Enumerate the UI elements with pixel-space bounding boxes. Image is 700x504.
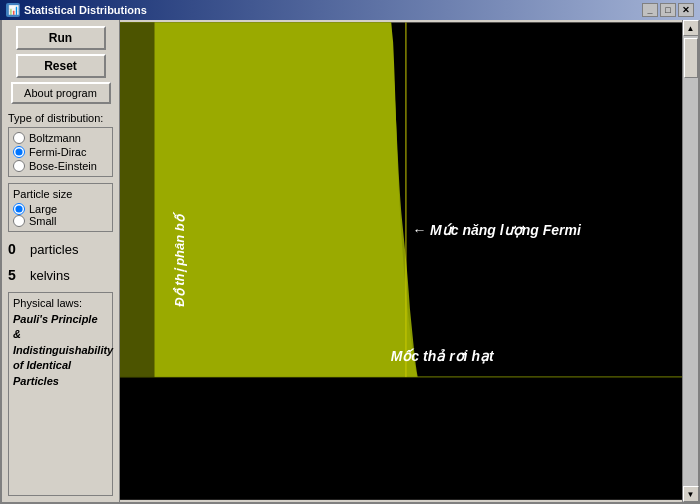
scroll-up-button[interactable]: ▲ [683, 20, 699, 36]
particles-stat: 0 particles [8, 241, 113, 257]
kelvins-label: kelvins [30, 268, 70, 283]
title-bar-left: 📊 Statistical Distributions [6, 3, 147, 17]
scroll-down-button[interactable]: ▼ [683, 486, 699, 502]
window-title: Statistical Distributions [24, 4, 147, 16]
laws-title: Physical laws: [13, 297, 108, 309]
title-bar-buttons[interactable]: _ □ ✕ [642, 3, 694, 17]
svg-rect-5 [120, 22, 155, 377]
distribution-radio-group: Boltzmann Fermi-Dirac Bose-Einstein [8, 127, 113, 177]
kelvins-value: 5 [8, 267, 26, 283]
right-wrapper: ← Mức năng lượng Fermi Mốc thả rơi hạt Đ… [120, 20, 698, 502]
particles-label: particles [30, 242, 78, 257]
particle-section: Particle size Large Small [8, 183, 113, 234]
particles-value: 0 [8, 241, 26, 257]
radio-small[interactable]: Small [13, 215, 108, 227]
run-button[interactable]: Run [16, 26, 106, 50]
particle-radio-group: Particle size Large Small [8, 183, 113, 232]
canvas-area: ← Mức năng lượng Fermi Mốc thả rơi hạt Đ… [120, 20, 682, 502]
drop-point-label: Mốc thả rơi hạt [391, 348, 494, 364]
distribution-label: Type of distribution: [8, 112, 113, 124]
particle-size-label: Particle size [13, 188, 108, 200]
vertical-axis-label: Đồ thị phân bố [172, 215, 187, 307]
svg-rect-4 [120, 377, 682, 499]
radio-large-label: Large [29, 203, 57, 215]
about-button[interactable]: About program [11, 82, 111, 104]
radio-boltzmann-label: Boltzmann [29, 132, 81, 144]
minimize-button[interactable]: _ [642, 3, 658, 17]
maximize-button[interactable]: □ [660, 3, 676, 17]
app-icon: 📊 [6, 3, 20, 17]
radio-fermi-dirac-input[interactable] [13, 146, 25, 158]
radio-small-input[interactable] [13, 215, 25, 227]
distribution-section: Type of distribution: Boltzmann Fermi-Di… [8, 112, 113, 179]
radio-boltzmann[interactable]: Boltzmann [13, 132, 108, 144]
radio-bose-einstein-label: Bose-Einstein [29, 160, 97, 172]
radio-boltzmann-input[interactable] [13, 132, 25, 144]
main-container: Run Reset About program Type of distribu… [0, 20, 700, 504]
radio-fermi-dirac[interactable]: Fermi-Dirac [13, 146, 108, 158]
kelvins-stat: 5 kelvins [8, 267, 113, 283]
left-panel: Run Reset About program Type of distribu… [2, 20, 120, 502]
distribution-svg [120, 20, 682, 502]
radio-large[interactable]: Large [13, 203, 108, 215]
laws-text: Pauli's Principle & Indistinguishability… [13, 312, 108, 389]
radio-bose-einstein[interactable]: Bose-Einstein [13, 160, 108, 172]
reset-button[interactable]: Reset [16, 54, 106, 78]
radio-bose-einstein-input[interactable] [13, 160, 25, 172]
radio-fermi-dirac-label: Fermi-Dirac [29, 146, 86, 158]
close-button[interactable]: ✕ [678, 3, 694, 17]
laws-box: Physical laws: Pauli's Principle & Indis… [8, 292, 113, 496]
radio-large-input[interactable] [13, 203, 25, 215]
fermi-energy-label: ← Mức năng lượng Fermi [412, 222, 581, 238]
radio-small-label: Small [29, 215, 57, 227]
scroll-thumb[interactable] [684, 38, 698, 78]
vertical-scrollbar[interactable]: ▲ ▼ [682, 20, 698, 502]
title-bar: 📊 Statistical Distributions _ □ ✕ [0, 0, 700, 20]
